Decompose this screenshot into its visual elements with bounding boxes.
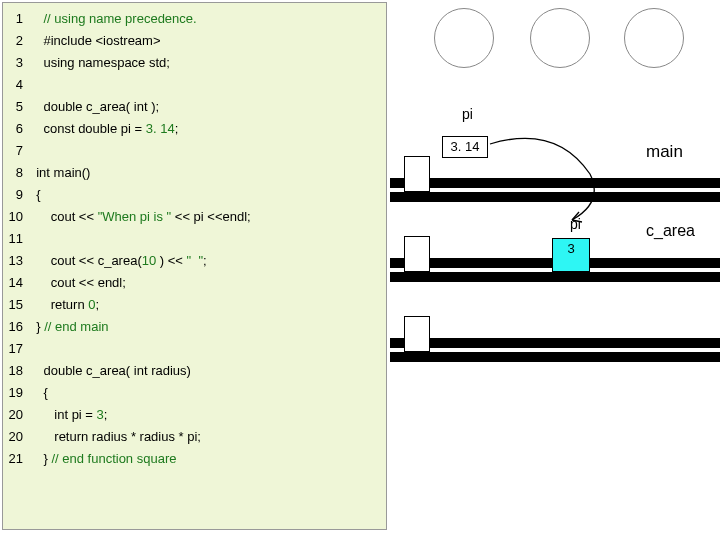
line-number: 15: [3, 294, 29, 316]
code-line: 20 int pi = 3;: [3, 404, 386, 426]
code-text: } // end function square: [29, 448, 386, 470]
code-line: 4: [3, 74, 386, 96]
scope-arrow: [486, 130, 606, 238]
code-line: 14 cout << endl;: [3, 272, 386, 294]
code-line: 10 cout << "When pi is " << pi <<endl;: [3, 206, 386, 228]
line-number: 20: [3, 426, 29, 448]
line-number: 18: [3, 360, 29, 382]
main-stack-frame: [404, 156, 430, 192]
line-number: 11: [3, 228, 29, 250]
code-text: } // end main: [29, 316, 386, 338]
line-number: 7: [3, 140, 29, 162]
code-line: 16 } // end main: [3, 316, 386, 338]
line-number: 16: [3, 316, 29, 338]
code-line: 5 double c_area( int );: [3, 96, 386, 118]
code-line: 15 return 0;: [3, 294, 386, 316]
frame-bar: [390, 272, 720, 282]
code-text: double c_area( int );: [29, 96, 386, 118]
code-line: 18 double c_area( int radius): [3, 360, 386, 382]
code-text: [29, 74, 386, 96]
code-line: 2 #include <iostream>: [3, 30, 386, 52]
code-line: 20 return radius * radius * pi;: [3, 426, 386, 448]
line-number: 14: [3, 272, 29, 294]
code-line: 6 const double pi = 3. 14;: [3, 118, 386, 140]
global-pi-value: 3. 14: [442, 136, 488, 158]
line-number: 4: [3, 74, 29, 96]
code-text: {: [29, 382, 386, 404]
code-line: 11: [3, 228, 386, 250]
line-number: 9: [3, 184, 29, 206]
code-text: // using name precedence.: [29, 8, 386, 30]
code-text: int pi = 3;: [29, 404, 386, 426]
code-text: [29, 228, 386, 250]
code-text: [29, 140, 386, 162]
main-scope-label: main: [646, 142, 683, 162]
code-text: cout << c_area(10 ) << " ";: [29, 250, 386, 272]
c-area-scope-label: c_area: [646, 222, 695, 240]
code-text: using namespace std;: [29, 52, 386, 74]
code-line: 13 cout << c_area(10 ) << " ";: [3, 250, 386, 272]
line-number: 1: [3, 8, 29, 30]
code-line: 8 int main(): [3, 162, 386, 184]
line-number: 19: [3, 382, 29, 404]
code-text: double c_area( int radius): [29, 360, 386, 382]
line-number: 8: [3, 162, 29, 184]
line-number: 6: [3, 118, 29, 140]
line-number: 20: [3, 404, 29, 426]
stack-frame: [404, 316, 430, 352]
line-number: 5: [3, 96, 29, 118]
decorative-circle: [530, 8, 590, 68]
line-number: 2: [3, 30, 29, 52]
code-text: int main(): [29, 162, 386, 184]
code-text: #include <iostream>: [29, 30, 386, 52]
line-number: 13: [3, 250, 29, 272]
line-number: 17: [3, 338, 29, 360]
line-number: 21: [3, 448, 29, 470]
line-number: 3: [3, 52, 29, 74]
code-line: 9 {: [3, 184, 386, 206]
code-text: [29, 338, 386, 360]
code-line: 3 using namespace std;: [3, 52, 386, 74]
code-text: {: [29, 184, 386, 206]
frame-bar: [390, 338, 720, 348]
decorative-circle: [624, 8, 684, 68]
code-line: 21 } // end function square: [3, 448, 386, 470]
stack-diagram: pi 3. 14 main c_area pi 3: [390, 0, 720, 540]
frame-bar: [390, 352, 720, 362]
code-line: 17: [3, 338, 386, 360]
code-text: return radius * radius * pi;: [29, 426, 386, 448]
code-text: cout << endl;: [29, 272, 386, 294]
code-text: const double pi = 3. 14;: [29, 118, 386, 140]
code-panel: 1 // using name precedence.2 #include <i…: [2, 2, 387, 530]
decorative-circle: [434, 8, 494, 68]
c-area-stack-frame: [404, 236, 430, 272]
code-line: 19 {: [3, 382, 386, 404]
code-line: 1 // using name precedence.: [3, 8, 386, 30]
code-text: cout << "When pi is " << pi <<endl;: [29, 206, 386, 228]
line-number: 10: [3, 206, 29, 228]
local-pi-value: 3: [552, 238, 590, 272]
code-line: 7: [3, 140, 386, 162]
code-text: return 0;: [29, 294, 386, 316]
global-pi-label: pi: [462, 106, 473, 122]
